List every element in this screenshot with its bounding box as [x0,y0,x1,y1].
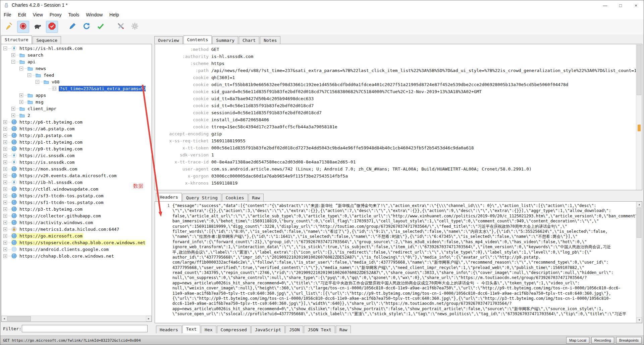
minimize-button[interactable]: — [597,0,613,10]
tree-node[interactable]: −news [1,65,146,72]
scrollbar-thumb[interactable] [637,45,641,95]
response-tab-raw[interactable]: Raw [336,326,351,333]
response-tab-headers[interactable]: Headers [156,326,182,333]
tree-node[interactable]: +https://sf3-ttcdn-tos.pstatp.com [1,192,146,199]
expand-icon[interactable]: + [19,100,23,104]
tree-node[interactable]: +https://a6.pstatp.com [1,125,146,132]
menu-help[interactable]: Help [106,12,122,17]
response-tab-text[interactable]: Text [182,325,200,333]
recording-button[interactable]: Recording [591,337,614,344]
expand-icon[interactable]: + [3,120,7,124]
scroll-right-icon[interactable]: ► [146,316,152,322]
tree-node[interactable]: +apps [1,92,146,98]
tree-node[interactable]: +client_impr [1,105,146,112]
tree-node[interactable]: +http://p1-tt.byteimg.com [1,139,146,145]
tree-node[interactable]: +https://chshap.blob.core.windows.net [1,253,146,259]
tree-node[interactable]: +https://activity.windows.com [1,219,146,226]
tree-node[interactable]: +msg [1,98,146,105]
expand-icon[interactable]: + [3,167,7,171]
expand-icon[interactable]: + [3,221,7,224]
expand-icon[interactable]: + [3,127,7,131]
headers-vertical-scrollbar[interactable] [636,44,642,190]
tree-node[interactable]: +https://stopservice.chshap.blob.core.wi… [1,239,146,246]
expand-icon[interactable]: + [3,241,7,245]
collapse-icon[interactable]: − [28,73,31,77]
pen-button[interactable] [67,21,78,32]
request-tab-cookies[interactable]: Cookies [222,194,248,201]
expand-icon[interactable]: + [3,201,7,204]
response-tab-compressed[interactable]: Compressed [217,326,251,333]
menu-edit[interactable]: Edit [15,12,30,17]
expand-icon[interactable]: + [3,227,7,231]
breakpoints-button[interactable]: Breakpoints [616,337,642,344]
scrollbar-thumb[interactable] [7,316,31,321]
expand-icon[interactable]: + [19,93,23,97]
tab-summary[interactable]: Summary [212,36,238,44]
tab-overview[interactable]: Overview [154,36,183,44]
collapse-icon[interactable]: − [19,67,23,70]
menu-tools[interactable]: Tools [65,12,83,17]
scroll-left-icon[interactable]: ◄ [1,316,7,322]
response-tab-json[interactable]: JSON [285,326,303,333]
expand-icon[interactable]: + [11,107,15,111]
menu-view[interactable]: View [30,12,46,17]
tree-node[interactable]: +https://mon.snssdk.com [1,165,146,172]
broom-button[interactable] [3,21,14,32]
response-tab-hex[interactable]: Hex [201,326,216,333]
expand-icon[interactable]: + [3,140,7,144]
tree-node[interactable]: +https://ic.snssdk.com [1,152,146,159]
maximize-button[interactable]: □ [613,0,628,10]
check-button[interactable] [95,21,106,32]
expand-icon[interactable]: + [3,214,7,218]
expand-icon[interactable]: + [11,53,15,57]
expand-icon[interactable]: + [3,147,7,151]
tab-structure[interactable]: Structure [1,36,32,44]
body-vertical-scrollbar[interactable]: ▲ ▼ [636,202,642,323]
tree-node[interactable]: +https://is.snssdk.com [1,159,146,165]
expand-icon[interactable]: + [3,248,7,251]
tree-node[interactable]: +https://collector.githubapp.com [1,212,146,219]
expand-icon[interactable]: + [3,134,7,137]
tree-node[interactable]: +http://ctldl.windowsupdate.com [1,186,146,192]
expand-icon[interactable]: + [3,181,7,184]
stop-check-button[interactable] [46,21,58,33]
tree-horizontal-scrollbar[interactable]: ◄ ► [1,316,152,322]
tree-node[interactable]: +http://p3-tt.byteimg.com [1,206,146,212]
menu-file[interactable]: File [0,12,15,17]
tree-node[interactable]: +https://v20.events.data.microsoft.com [1,172,146,179]
tree-node[interactable]: −api [1,58,146,65]
tree-node[interactable]: +https://metrics1.data.hicloud.com:6447 [1,226,146,232]
expand-icon[interactable]: + [3,187,7,191]
tab-notes[interactable]: Notes [260,36,280,44]
scrollbar-thumb[interactable] [637,208,641,238]
tab-contents[interactable]: Contents [183,36,212,44]
close-button[interactable]: × [628,0,644,10]
expand-icon[interactable]: + [3,174,7,178]
expand-icon[interactable]: + [3,234,7,238]
map-local-button[interactable]: Map Local [566,337,589,344]
tab-chart[interactable]: Chart [239,36,259,44]
tree-node[interactable]: +http://p6-tt.byteimg.com [1,119,146,125]
tree-node[interactable]: +2 [1,112,146,119]
tree-node[interactable]: −https://is-hl.snssdk.com [1,45,146,52]
scroll-down-icon[interactable]: ▼ [637,317,642,323]
tree-node[interactable]: {}?st_time=237&sati_extra_params=%7B [1,85,146,92]
refresh-button[interactable] [81,21,92,32]
expand-icon[interactable]: + [11,114,15,117]
tree-node[interactable]: +https://go.microsoft.com [1,232,146,239]
expand-icon[interactable]: + [3,160,7,164]
request-tab-raw[interactable]: Raw [249,194,264,201]
tree-node[interactable]: +https://android.clients.google.com [1,246,146,253]
gear-button[interactable] [129,21,141,32]
collapse-icon[interactable]: − [11,60,15,64]
tree-node[interactable]: +http://p3.pstatp.com [1,132,146,139]
menu-proxy[interactable]: Proxy [46,12,65,17]
request-tab-query-string[interactable]: Query String [182,194,221,201]
turtle-button[interactable] [32,21,43,32]
expand-icon[interactable]: + [3,207,7,211]
tree-node[interactable]: −v88 [1,78,146,85]
expand-icon[interactable]: + [3,254,7,258]
expand-icon[interactable]: + [3,154,7,157]
tree-node[interactable]: +https://ib-hl.snssdk.com [1,179,146,186]
tree-node[interactable]: −feed [1,72,146,78]
